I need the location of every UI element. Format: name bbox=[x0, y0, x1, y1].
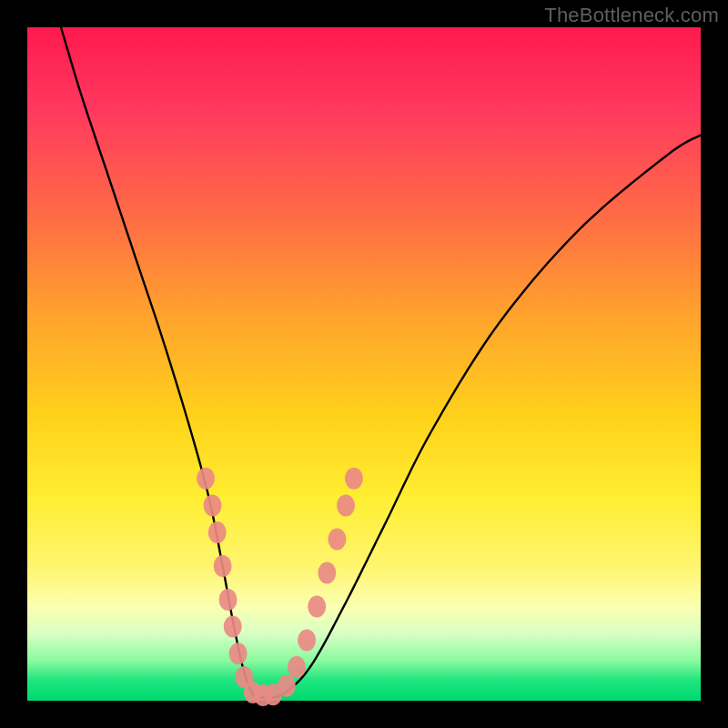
marker-dot bbox=[288, 656, 306, 678]
marker-dot bbox=[278, 675, 296, 697]
marker-dot bbox=[298, 629, 316, 651]
marker-dot bbox=[224, 616, 242, 638]
marker-dot bbox=[318, 561, 336, 583]
marker-dot bbox=[214, 555, 232, 577]
marker-dot bbox=[328, 528, 346, 550]
marker-dot bbox=[229, 642, 248, 664]
curve-layer bbox=[27, 27, 701, 701]
bottleneck-curve bbox=[61, 27, 701, 698]
highlighted-points bbox=[197, 468, 363, 706]
plot-area bbox=[27, 27, 701, 701]
marker-dot bbox=[208, 521, 227, 543]
marker-dot bbox=[337, 494, 355, 516]
watermark-text: TheBottleneck.com bbox=[544, 4, 719, 27]
marker-dot bbox=[345, 468, 363, 490]
chart-frame: TheBottleneck.com bbox=[0, 0, 728, 728]
marker-dot bbox=[219, 589, 238, 611]
marker-dot bbox=[308, 595, 326, 617]
bottleneck-curve-path bbox=[61, 27, 701, 698]
marker-dot bbox=[197, 468, 215, 490]
marker-dot bbox=[204, 494, 222, 516]
